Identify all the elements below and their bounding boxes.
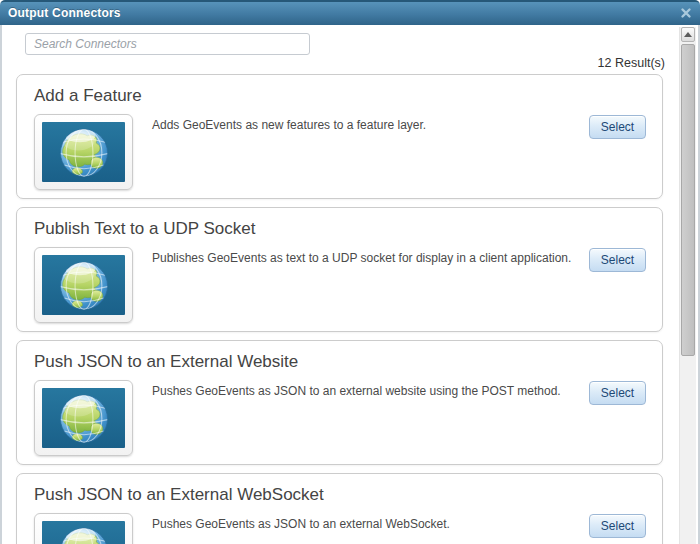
select-button[interactable]: Select	[589, 115, 646, 139]
search-input[interactable]	[25, 33, 310, 55]
connector-description: Pushes GeoEvents as JSON to an external …	[133, 513, 589, 532]
globe-icon	[42, 122, 125, 182]
results-count: 12 Result(s)	[2, 56, 679, 74]
globe-icon	[42, 255, 125, 315]
dialog-content: 12 Result(s) Add a Feature	[2, 25, 679, 544]
globe-icon	[42, 388, 125, 448]
search-row	[2, 25, 679, 55]
scrollbar-track[interactable]	[679, 27, 696, 544]
connector-description: Publishes GeoEvents as text to a UDP soc…	[133, 247, 589, 266]
connector-description: Adds GeoEvents as new features to a feat…	[133, 114, 589, 133]
select-button[interactable]: Select	[589, 514, 646, 538]
scrollbar-thumb[interactable]	[681, 44, 695, 356]
globe-icon	[42, 521, 125, 544]
output-connectors-dialog: Output Connectors 12 Result(s) Add a Fea…	[0, 0, 700, 544]
connector-card: Publish Text to a UDP Socket	[16, 207, 663, 332]
up-arrow-icon	[684, 32, 692, 37]
scroll-up-button[interactable]	[681, 27, 695, 42]
connector-list: Add a Feature	[16, 74, 663, 544]
connector-thumbnail	[34, 114, 133, 190]
connector-thumbnail	[34, 247, 133, 323]
dialog-title: Output Connectors	[0, 2, 121, 24]
connector-title: Push JSON to an External Website	[34, 352, 646, 372]
connector-thumbnail	[34, 513, 133, 544]
connector-card: Push JSON to an External WebSocket	[16, 473, 663, 544]
connector-title: Publish Text to a UDP Socket	[34, 219, 646, 239]
select-button[interactable]: Select	[589, 381, 646, 405]
select-button[interactable]: Select	[589, 248, 646, 272]
connector-thumbnail	[34, 380, 133, 456]
connector-title: Push JSON to an External WebSocket	[34, 485, 646, 505]
connector-title: Add a Feature	[34, 86, 646, 106]
connector-description: Pushes GeoEvents as JSON to an external …	[133, 380, 589, 399]
connector-card: Push JSON to an External Website	[16, 340, 663, 465]
close-icon[interactable]	[680, 7, 692, 19]
connector-card: Add a Feature	[16, 74, 663, 199]
dialog-titlebar: Output Connectors	[0, 0, 700, 25]
dialog-body: 12 Result(s) Add a Feature	[0, 25, 700, 544]
